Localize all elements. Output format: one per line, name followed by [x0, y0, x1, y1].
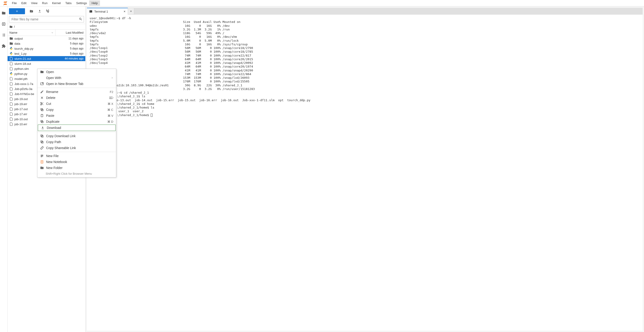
main: Terminal 1 × user_1@node001:~$ df -h Fil… — [86, 6, 644, 332]
duplicate-icon — [40, 120, 44, 123]
breadcrumb-root[interactable]: / — [14, 25, 15, 28]
new-folder-icon[interactable] — [30, 9, 33, 13]
search-icon — [79, 17, 82, 21]
ctx-tip: Shift+Right Click for Browser Menu — [38, 171, 116, 177]
fb-filter — [9, 16, 84, 22]
file-name: slurm-18.out — [14, 62, 56, 65]
copy-icon — [40, 134, 44, 138]
file-icon — [10, 62, 13, 65]
ctx-open-with[interactable]: Open With — [38, 75, 116, 81]
file-icon — [10, 67, 13, 71]
toc-icon[interactable] — [2, 33, 6, 37]
file-name: slurm-21.out — [14, 57, 56, 60]
filter-input[interactable] — [9, 16, 84, 22]
new-launcher-button[interactable] — [9, 8, 25, 14]
file-icon — [10, 57, 13, 60]
menu-file[interactable]: File — [10, 0, 19, 6]
ctx-new-file[interactable]: New File — [38, 153, 116, 159]
ctx-new-folder[interactable]: New Folder — [38, 165, 116, 171]
ctx-copy-download-link[interactable]: Copy Download Link — [38, 133, 116, 139]
chevron-right-icon — [111, 77, 113, 79]
menu-edit[interactable]: Edit — [19, 0, 29, 6]
ctx-new-notebook[interactable]: New Notebook — [38, 159, 116, 165]
ctx-rename[interactable]: RenameF2 — [38, 89, 116, 95]
jupyter-logo-icon — [3, 1, 8, 6]
ctx-duplicate[interactable]: Duplicate⌘ D — [38, 119, 116, 125]
tab-terminal[interactable]: Terminal 1 × — [87, 8, 128, 15]
blank-icon — [40, 76, 44, 80]
tab-add-button[interactable] — [128, 8, 134, 15]
file-modified: 5 days ago — [56, 52, 84, 55]
file-name: tourch_ddp.py — [14, 47, 56, 50]
python-icon — [10, 72, 13, 76]
file-icon — [10, 117, 13, 121]
menu-kernel[interactable]: Kernel — [50, 0, 63, 6]
file-icon — [10, 107, 13, 111]
ctx-download[interactable]: Download — [38, 125, 116, 131]
open-folder-icon — [40, 70, 44, 74]
menu-view[interactable]: View — [29, 0, 40, 6]
open-tab-icon — [40, 82, 44, 86]
file-row[interactable]: tourch_ddp.py5 days ago — [8, 46, 85, 51]
ctx-cut[interactable]: Cut⌘ X — [38, 101, 116, 107]
menu-run[interactable]: Run — [40, 0, 50, 6]
ctx-copy[interactable]: Copy⌘ C — [38, 107, 116, 113]
filebrowser-icon[interactable] — [2, 11, 6, 15]
file-modified: 11 days ago — [56, 37, 84, 40]
close-icon[interactable]: × — [110, 10, 126, 13]
menu-settings[interactable]: Settings — [74, 0, 89, 6]
folder-icon — [10, 25, 12, 28]
ctx-copy-path[interactable]: Copy Path — [38, 139, 116, 145]
upload-icon[interactable] — [38, 9, 42, 13]
file-icon — [10, 92, 13, 96]
col-modified[interactable]: Last Modified — [56, 29, 85, 36]
pencil-icon — [40, 90, 44, 94]
python-icon — [10, 47, 13, 50]
activity-bar — [0, 6, 8, 332]
terminal-output[interactable]: user_1@node001:~$ df -h Filesystem Size … — [87, 15, 642, 331]
tab-bar: Terminal 1 × — [87, 8, 642, 15]
separator — [38, 132, 116, 132]
running-icon[interactable] — [2, 22, 6, 26]
menu-tabs[interactable]: Tabs — [63, 0, 74, 6]
file-icon — [10, 102, 13, 106]
file-row[interactable]: test_1.py5 days ago — [8, 51, 85, 56]
chevron-down-icon — [51, 32, 54, 34]
file-icon — [10, 77, 13, 81]
folder-plus-icon — [40, 166, 44, 170]
refresh-icon[interactable] — [46, 9, 50, 13]
file-icon — [10, 82, 13, 86]
fb-toolbar — [8, 6, 85, 16]
context-menu: OpenOpen WithOpen in New Browser TabRena… — [37, 69, 116, 177]
fb-header: Name Last Modified — [8, 29, 85, 36]
extensions-icon[interactable] — [2, 44, 6, 48]
col-name[interactable]: Name — [8, 29, 56, 36]
file-row[interactable]: data5 days ago — [8, 41, 85, 46]
file-name: test_1.py — [14, 52, 56, 55]
tab-title: Terminal 1 — [94, 10, 108, 13]
folder-icon — [10, 37, 13, 40]
file-row[interactable]: slurm-21.out44 minutes ago — [8, 56, 85, 61]
ctx-paste[interactable]: Paste⌘ V — [38, 113, 116, 119]
file-icon — [10, 122, 13, 126]
menubar: FileEditViewRunKernelTabsSettingsHelp — [0, 0, 644, 6]
lines-icon — [40, 154, 44, 158]
file-icon — [10, 97, 13, 101]
download-icon — [41, 126, 44, 130]
python-icon — [10, 52, 13, 55]
file-modified: 5 days ago — [56, 42, 84, 45]
file-name: output — [14, 37, 56, 40]
ctx-copy-shareable-link[interactable]: Copy Shareable Link — [38, 145, 116, 151]
breadcrumb[interactable]: / — [8, 24, 85, 29]
file-row[interactable]: output11 days ago — [8, 36, 85, 41]
ctx-delete[interactable]: Delete⌦ — [38, 95, 116, 101]
file-row[interactable]: slurm-18.out — [8, 61, 85, 66]
notebook-icon — [40, 160, 44, 164]
terminal-icon — [89, 10, 92, 13]
ctx-open-in-new-browser-tab[interactable]: Open in New Browser Tab — [38, 81, 116, 87]
menu-help[interactable]: Help — [89, 0, 100, 6]
separator — [38, 152, 116, 152]
file-icon — [10, 112, 13, 116]
ctx-open[interactable]: Open — [38, 69, 116, 75]
link-icon — [40, 146, 44, 150]
